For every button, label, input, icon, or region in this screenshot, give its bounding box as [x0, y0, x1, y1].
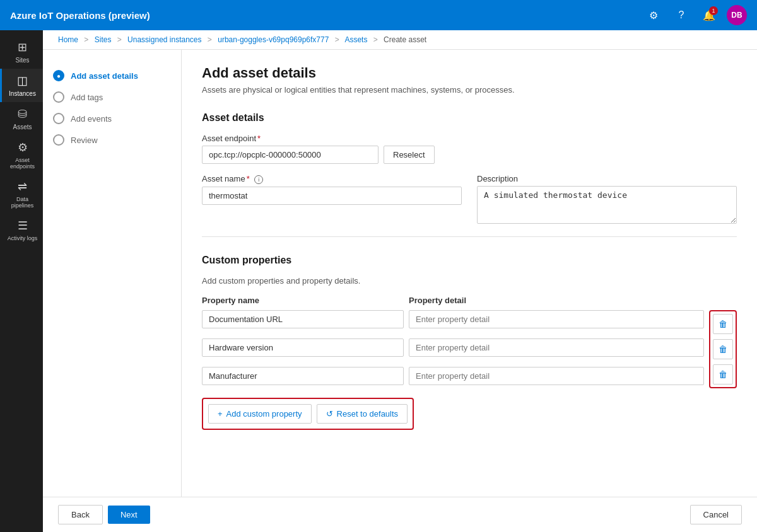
asset-details-section-title: Asset details [202, 107, 737, 124]
bottom-bar: Back Next Cancel [43, 497, 757, 532]
asset-endpoints-icon: ⚙ [18, 141, 28, 154]
sidebar-label-instances: Instances [9, 90, 36, 97]
page-title: Add asset details [202, 65, 737, 81]
description-label: Description [477, 174, 737, 183]
sidebar-item-assets[interactable]: ⛁ Assets [0, 102, 43, 136]
custom-props-subtitle: Add custom properties and property detai… [202, 276, 737, 286]
sidebar-item-activity-logs[interactable]: ☰ Activity logs [0, 214, 43, 246]
prop-detail-input-2[interactable] [409, 338, 704, 357]
sidebar-label-activity-logs: Activity logs [8, 235, 38, 241]
sites-icon: ⊞ [18, 40, 27, 54]
back-button[interactable]: Back [58, 505, 103, 524]
wizard-step-label-2: Add tags [71, 93, 103, 102]
wizard-step-add-asset-details[interactable]: ● Add asset details [53, 65, 171, 86]
next-button[interactable]: Next [108, 506, 150, 524]
property-name-header: Property name [202, 296, 404, 305]
reselect-button[interactable]: Reselect [384, 146, 435, 164]
prop-detail-input-1[interactable] [409, 310, 704, 328]
wizard-step-review[interactable]: Review [53, 129, 171, 151]
step-circle-3 [53, 113, 64, 124]
activity-logs-icon: ☰ [18, 219, 28, 233]
topbar: Azure IoT Operations (preview) ⚙ ? 🔔 1 D… [0, 0, 757, 30]
sidebar-item-data-pipelines[interactable]: ⇌ Data pipelines [0, 175, 43, 214]
breadcrumb-sep-5: > [373, 35, 378, 44]
sidebar-label-asset-endpoints: Asset endpoints [4, 157, 40, 170]
prop-detail-input-3[interactable] [409, 367, 704, 385]
wizard-step-label-1: Add asset details [71, 71, 138, 81]
add-custom-property-button[interactable]: + Add custom property [208, 404, 312, 424]
breadcrumb-sep-3: > [208, 35, 212, 44]
delete-property-1[interactable]: 🗑 [713, 314, 733, 334]
description-input[interactable]: A simulated thermostat device [477, 186, 737, 224]
notifications-button[interactable]: 🔔 1 [699, 5, 719, 25]
breadcrumb-home[interactable]: Home [58, 35, 78, 44]
sidebar-label-data-pipelines: Data pipelines [4, 196, 40, 209]
page-subtitle: Assets are physical or logical entities … [202, 85, 737, 95]
prop-name-input-2[interactable] [202, 338, 404, 357]
step-circle-1: ● [53, 70, 64, 81]
asset-name-input[interactable] [202, 187, 462, 205]
sidebar-label-assets: Assets [13, 124, 32, 130]
asset-endpoint-label: Asset endpoint* [202, 134, 737, 143]
property-row-1 [202, 310, 704, 328]
wizard-step-label-3: Add events [71, 114, 112, 124]
assets-icon: ⛁ [18, 107, 27, 121]
breadcrumb-sites[interactable]: Sites [95, 35, 112, 44]
wizard-step-add-tags[interactable]: Add tags [53, 86, 171, 108]
breadcrumb-sep-1: > [84, 35, 88, 44]
data-pipelines-icon: ⇌ [18, 180, 27, 194]
wizard-step-label-4: Review [71, 136, 98, 145]
add-icon: + [218, 409, 223, 419]
property-row-2 [202, 338, 704, 357]
delete-property-3[interactable]: 🗑 [713, 364, 733, 385]
sidebar-item-sites[interactable]: ⊞ Sites [0, 35, 43, 69]
step-circle-4 [53, 134, 64, 146]
prop-name-input-3[interactable] [202, 367, 404, 385]
form-area: Add asset details Assets are physical or… [182, 50, 757, 497]
breadcrumb-assets[interactable]: Assets [344, 35, 367, 44]
custom-property-actions: + Add custom property ↺ Reset to default… [202, 398, 414, 430]
properties-header: Property name Property detail [202, 296, 737, 305]
asset-endpoint-input[interactable] [202, 146, 378, 164]
custom-props-title: Custom properties [202, 250, 737, 266]
sidebar-item-instances[interactable]: ◫ Instances [0, 69, 43, 102]
delete-buttons-group: 🗑 🗑 🗑 [709, 310, 737, 388]
settings-button[interactable]: ⚙ [643, 5, 664, 25]
breadcrumb-current: Create asset [384, 35, 426, 44]
step-circle-2 [53, 91, 64, 103]
cancel-button[interactable]: Cancel [690, 505, 742, 524]
prop-name-input-1[interactable] [202, 310, 404, 328]
asset-name-info-icon[interactable]: i [254, 175, 263, 184]
breadcrumb: Home > Sites > Unassigned instances > ur… [43, 30, 757, 50]
property-detail-header: Property detail [409, 296, 737, 305]
property-row-3 [202, 367, 704, 385]
properties-list [202, 310, 704, 390]
user-avatar[interactable]: DB [727, 5, 747, 25]
notification-badge: 1 [709, 6, 718, 15]
sidebar: ⊞ Sites ◫ Instances ⛁ Assets ⚙ Asset end… [0, 30, 43, 532]
sidebar-item-asset-endpoints[interactable]: ⚙ Asset endpoints [0, 136, 43, 175]
asset-name-label: Asset name* i [202, 174, 462, 184]
breadcrumb-device[interactable]: urban-goggles-v69pq969p6fx777 [218, 35, 329, 44]
instances-icon: ◫ [17, 74, 28, 88]
app-title: Azure IoT Operations (preview) [10, 10, 643, 21]
wizard-steps: ● Add asset details Add tags Add events … [43, 50, 182, 497]
sidebar-label-sites: Sites [15, 57, 29, 64]
reset-icon: ↺ [326, 409, 333, 419]
breadcrumb-sep-2: > [117, 35, 122, 44]
help-button[interactable]: ? [671, 5, 691, 25]
reset-to-defaults-button[interactable]: ↺ Reset to defaults [317, 404, 408, 424]
breadcrumb-sep-4: > [335, 35, 339, 44]
breadcrumb-unassigned[interactable]: Unassigned instances [127, 35, 201, 44]
wizard-step-add-events[interactable]: Add events [53, 108, 171, 129]
delete-property-2[interactable]: 🗑 [713, 339, 733, 359]
